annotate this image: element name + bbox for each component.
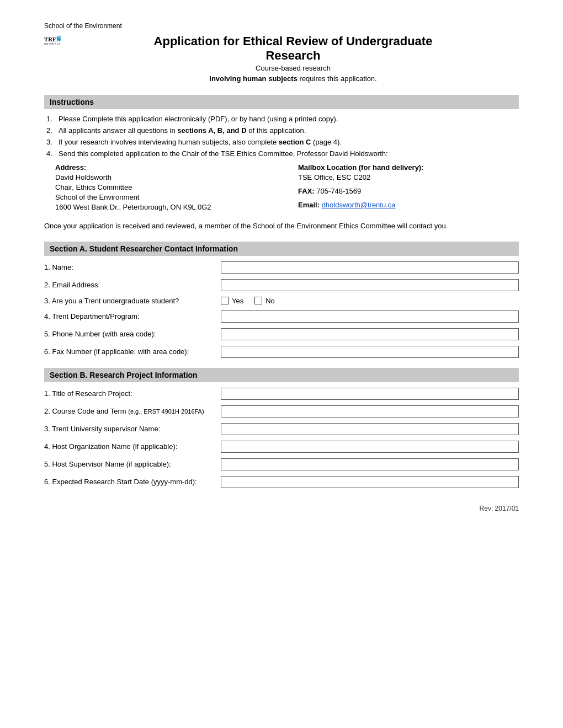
section-b-header: Section B. Research Project Information: [44, 368, 519, 382]
mailbox-value: TSE Office, ESC C202: [298, 173, 508, 181]
checkbox-yes[interactable]: Yes: [221, 297, 243, 305]
field-label-start-date: 6. Expected Research Start Date (yyyy-mm…: [44, 478, 221, 486]
field-label-name: 1. Name:: [44, 263, 221, 271]
field-label-project-title: 1. Title of Research Project:: [44, 389, 221, 398]
rev-note: Rev: 2017/01: [44, 505, 519, 512]
address-line3: School of the Environment: [55, 193, 265, 201]
address-line2: Chair, Ethics Committee: [55, 183, 265, 191]
instruction-item-3: 3. If your research involves interviewin…: [44, 138, 519, 146]
field-label-fax: 6. Fax Number (if applicable; with area …: [44, 347, 221, 356]
email-link[interactable]: dholdsworth@trentu.ca: [322, 201, 396, 209]
instructions-list: 1. Please Complete this application elec…: [44, 115, 519, 158]
address-line1: David Holdsworth: [55, 173, 265, 181]
section-b-row-3: 3. Trent University supervisor Name:: [44, 423, 519, 435]
section-a-row-6: 6. Fax Number (if applicable; with area …: [44, 346, 519, 358]
field-input-phone[interactable]: [221, 328, 519, 340]
field-label-trent-student: 3. Are you a Trent undergraduate student…: [44, 297, 221, 305]
field-label-department: 4. Trent Department/Program:: [44, 312, 221, 320]
field-label-host-org: 4. Host Organization Name (if applicable…: [44, 442, 221, 451]
field-input-email[interactable]: [221, 279, 519, 291]
checkbox-yes-label: Yes: [232, 297, 243, 305]
svg-text:UNIVERSITY: UNIVERSITY: [44, 42, 61, 45]
title-text-block: Application for Ethical Review of Underg…: [67, 34, 519, 85]
checkbox-no[interactable]: No: [254, 297, 275, 305]
field-input-host-org[interactable]: [221, 441, 519, 453]
header-block: TRENT 🌐 UNIVERSITY Application for Ethic…: [44, 34, 519, 85]
subtitle2: involving human subjects requires this a…: [67, 74, 519, 83]
school-label: School of the Environment: [44, 22, 519, 30]
contact-paragraph: Once your application is received and re…: [44, 221, 519, 232]
instructions-section-header: Instructions: [44, 95, 519, 109]
field-input-host-supervisor[interactable]: [221, 458, 519, 470]
address-col-left: Address: David Holdsworth Chair, Ethics …: [55, 163, 265, 213]
section-a-row-3: 3. Are you a Trent undergraduate student…: [44, 297, 519, 305]
address-table: Address: David Holdsworth Chair, Ethics …: [55, 163, 508, 213]
checkbox-box-yes[interactable]: [221, 297, 229, 304]
field-input-fax[interactable]: [221, 346, 519, 358]
fax-info: FAX: 705-748-1569: [298, 187, 508, 195]
section-a-row-5: 5. Phone Number (with area code):: [44, 328, 519, 340]
checkbox-group-student: Yes No: [221, 297, 519, 305]
mailbox-label: Mailbox Location (for hand delivery):: [298, 163, 508, 172]
svg-text:🌐: 🌐: [56, 35, 61, 41]
section-b-row-6: 6. Expected Research Start Date (yyyy-mm…: [44, 476, 519, 488]
trent-logo: TRENT 🌐 UNIVERSITY: [44, 34, 61, 51]
address-label: Address:: [55, 163, 265, 172]
field-label-email: 2. Email Address:: [44, 281, 221, 289]
section-a-header: Section A. Student Researcher Contact In…: [44, 242, 519, 256]
email-info: Email: dholdsworth@trentu.ca: [298, 201, 508, 209]
instruction-item-4: 4. Send this completed application to th…: [44, 149, 519, 158]
section-a-row-2: 2. Email Address:: [44, 279, 519, 291]
subtitle1: Course-based research: [67, 64, 519, 72]
field-input-project-title[interactable]: [221, 388, 519, 400]
section-b-row-5: 5. Host Supervisor Name (if applicable):: [44, 458, 519, 470]
field-label-host-supervisor: 5. Host Supervisor Name (if applicable):: [44, 460, 221, 468]
address-line4: 1600 West Bank Dr., Peterborough, ON K9L…: [55, 203, 265, 211]
checkbox-box-no[interactable]: [254, 297, 262, 304]
field-label-course-code: 2. Course Code and Term (e.g., ERST 4901…: [44, 407, 221, 415]
instruction-item-1: 1. Please Complete this application elec…: [44, 115, 519, 123]
section-b-row-1: 1. Title of Research Project:: [44, 388, 519, 400]
section-b-row-2: 2. Course Code and Term (e.g., ERST 4901…: [44, 405, 519, 417]
field-input-start-date[interactable]: [221, 476, 519, 488]
instruction-item-2: 2. All applicants answer all questions i…: [44, 126, 519, 135]
address-col-right: Mailbox Location (for hand delivery): TS…: [298, 163, 508, 213]
field-input-course-code[interactable]: [221, 405, 519, 417]
section-a-row-4: 4. Trent Department/Program:: [44, 311, 519, 323]
field-input-supervisor[interactable]: [221, 423, 519, 435]
field-input-name[interactable]: [221, 261, 519, 274]
page-title-line1: Application for Ethical Review of Underg…: [67, 34, 519, 63]
field-input-department[interactable]: [221, 311, 519, 323]
section-a-row-1: 1. Name:: [44, 261, 519, 274]
field-label-phone: 5. Phone Number (with area code):: [44, 330, 221, 338]
field-label-supervisor: 3. Trent University supervisor Name:: [44, 425, 221, 433]
checkbox-no-label: No: [265, 297, 275, 305]
section-b-row-4: 4. Host Organization Name (if applicable…: [44, 441, 519, 453]
